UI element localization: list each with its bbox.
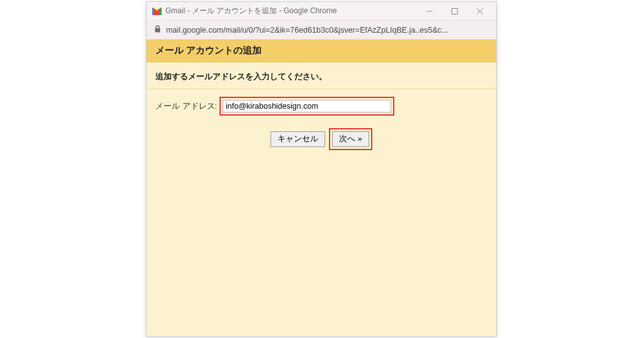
svg-rect-1 [452, 8, 458, 14]
instruction-text: 追加するメールアドレスを入力してください。 [147, 62, 496, 89]
button-row: キャンセル 次へ » [147, 119, 496, 153]
cancel-button[interactable]: キャンセル [270, 131, 325, 147]
next-button[interactable]: 次へ » [332, 131, 369, 147]
url-text[interactable]: mail.google.com/mail/u/0/?ui=2&ik=76ed61… [166, 26, 448, 35]
email-label: メール アドレス: [155, 101, 217, 112]
email-input-highlight [219, 97, 394, 116]
next-button-highlight: 次へ » [329, 128, 372, 150]
gmail-icon [152, 6, 162, 16]
window-titlebar: Gmail - メール アカウントを追加 - Google Chrome [147, 2, 496, 21]
email-row: メール アドレス: [147, 89, 496, 119]
content-area: メール アカウントの追加 追加するメールアドレスを入力してください。 メール ア… [147, 40, 496, 336]
address-bar: mail.google.com/mail/u/0/?ui=2&ik=76ed61… [147, 21, 496, 40]
svg-rect-4 [155, 28, 160, 33]
page-title: メール アカウントの追加 [147, 40, 496, 62]
lock-icon [154, 25, 161, 35]
email-input[interactable] [223, 100, 391, 112]
window-title: Gmail - メール アカウントを追加 - Google Chrome [165, 6, 413, 16]
close-button[interactable] [467, 2, 492, 21]
window-controls [417, 2, 492, 21]
popup-window: Gmail - メール アカウントを追加 - Google Chrome mai… [146, 1, 497, 337]
maximize-button[interactable] [442, 2, 467, 21]
minimize-button[interactable] [417, 2, 442, 21]
